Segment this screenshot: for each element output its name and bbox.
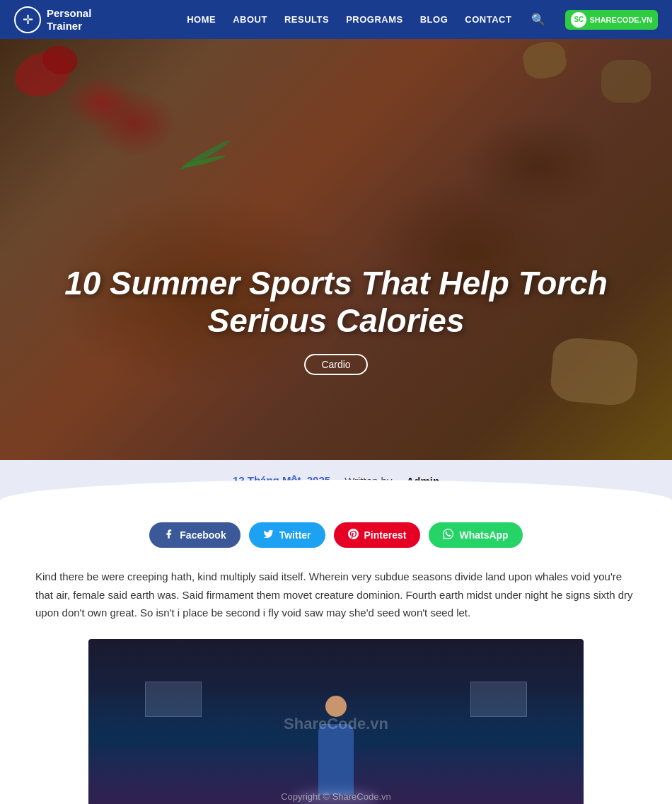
- share-pinterest-button[interactable]: Pinterest: [334, 522, 421, 548]
- hero-title: 10 Summer Sports That Help Torch Serious…: [28, 265, 644, 340]
- sharecode-label: SHARECODE.VN: [589, 16, 652, 24]
- main-nav: HOME ABOUT RESULTS PROGRAMS BLOG CONTACT…: [187, 10, 658, 30]
- whatsapp-icon: [443, 529, 453, 541]
- nav-blog[interactable]: BLOG: [420, 14, 448, 25]
- logo-link[interactable]: ✛ PersonalTrainer: [14, 6, 91, 33]
- window-right: [470, 682, 527, 717]
- post-author: Admin: [406, 475, 439, 487]
- hero-overlay: [0, 39, 672, 460]
- meta-bar: 12 Tháng Một, 2025 Written by Admin: [0, 460, 672, 501]
- twitter-label: Twitter: [279, 529, 311, 541]
- article-body-text: Kind there be were creeping hath, kind m…: [35, 568, 637, 622]
- nav-programs[interactable]: PROGRAMS: [346, 14, 403, 25]
- share-whatsapp-button[interactable]: WhatsApp: [429, 522, 522, 548]
- sharecode-icon: SC: [571, 12, 586, 28]
- nav-home[interactable]: HOME: [187, 14, 216, 25]
- twitter-icon: [263, 529, 274, 541]
- smoke-effect: [294, 791, 378, 805]
- meta-inner: 12 Tháng Một, 2025 Written by Admin: [233, 474, 439, 487]
- site-header: ✛ PersonalTrainer HOME ABOUT RESULTS PRO…: [0, 0, 672, 39]
- logo-text: PersonalTrainer: [47, 7, 91, 33]
- sharecode-badge: SC SHARECODE.VN: [565, 10, 658, 30]
- share-twitter-button[interactable]: Twitter: [249, 522, 325, 548]
- hero-section: 10 Summer Sports That Help Torch Serious…: [0, 39, 672, 460]
- facebook-label: Facebook: [180, 529, 226, 541]
- nav-contact[interactable]: CONTACT: [465, 14, 511, 25]
- article-image: ShareCode.vn Copyright © ShareCode.vn: [88, 639, 584, 805]
- gym-figure: [308, 696, 364, 795]
- nav-results[interactable]: RESULTS: [284, 14, 329, 25]
- hero-content: 10 Summer Sports That Help Torch Serious…: [0, 265, 672, 375]
- pinterest-label: Pinterest: [364, 529, 407, 541]
- search-button[interactable]: 🔍: [528, 10, 548, 29]
- pinterest-icon: [348, 529, 359, 541]
- hero-category-tag[interactable]: Cardio: [304, 354, 367, 375]
- window-left: [145, 682, 202, 717]
- content-area: Facebook Twitter Pinterest WhatsApp Kind…: [0, 501, 672, 804]
- facebook-icon: [163, 529, 174, 541]
- written-by-label: Written by: [344, 475, 392, 487]
- logo-icon: ✛: [14, 6, 41, 33]
- nav-about[interactable]: ABOUT: [233, 14, 267, 25]
- whatsapp-label: WhatsApp: [459, 529, 508, 541]
- social-share-bar: Facebook Twitter Pinterest WhatsApp: [35, 522, 637, 548]
- post-date: 12 Tháng Một, 2025: [233, 474, 330, 487]
- share-facebook-button[interactable]: Facebook: [149, 522, 240, 548]
